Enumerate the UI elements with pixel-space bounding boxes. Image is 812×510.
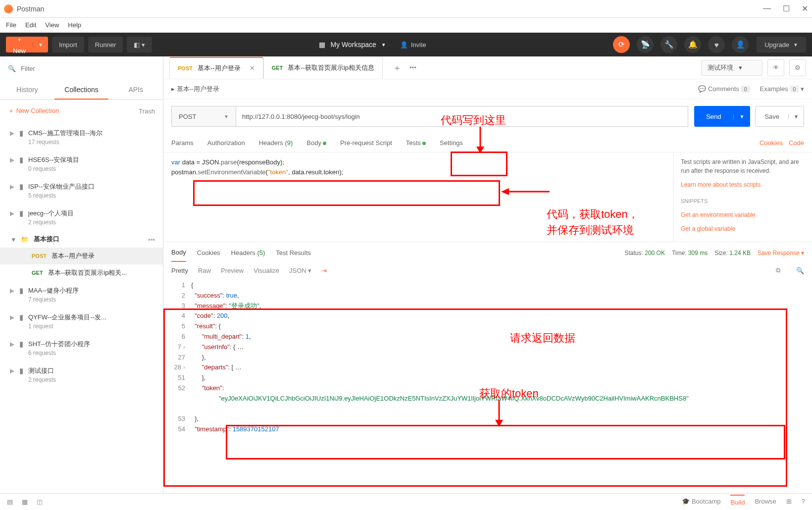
request-item[interactable]: POST基本--用户登录	[0, 248, 163, 264]
upgrade-button[interactable]: Upgrade▼	[757, 37, 806, 52]
headers-count: (9)	[285, 139, 293, 147]
subfolder-item[interactable]: ▾📁基本接口•••	[0, 231, 163, 248]
tab-apis[interactable]: APIs	[108, 80, 163, 100]
more-icon[interactable]: •••	[148, 236, 155, 243]
view-pretty[interactable]: Pretty	[171, 267, 188, 274]
browse-button[interactable]: Browse	[755, 498, 776, 506]
tab-authorization[interactable]: Authorization	[207, 139, 245, 147]
caret-icon: ▶	[10, 314, 14, 321]
response-json[interactable]: 1 2 3 4 5 6 7 › 27 28 › 51 52 53 54 { "s…	[163, 277, 812, 438]
tab-tests[interactable]: Tests	[406, 139, 426, 147]
tab-history[interactable]: History	[0, 80, 54, 100]
view-preview[interactable]: Preview	[221, 267, 244, 274]
code-link[interactable]: Code	[789, 139, 804, 147]
collection-item[interactable]: ▶▮HSE6S--安保项目0 requests	[0, 151, 163, 177]
tab-headers[interactable]: Headers (9)	[259, 139, 293, 147]
trash-button[interactable]: Trash	[139, 107, 155, 115]
cookies-link[interactable]: Cookies	[760, 139, 783, 147]
collection-item[interactable]: ▶▮CMS--施工管理项目--海尔17 requests	[0, 124, 163, 151]
settings-icon[interactable]: 🔧	[660, 36, 677, 53]
notifications-icon[interactable]: 🔔	[684, 36, 701, 53]
request-tab[interactable]: POST基本--用户登录✕	[169, 57, 263, 79]
save-response-button[interactable]: Save Response ▾	[758, 250, 804, 256]
snippets-panel: Test scripts are written in JavaScript, …	[673, 153, 812, 242]
runner-button[interactable]: Runner	[88, 37, 123, 52]
tab-prerequest[interactable]: Pre-request Script	[340, 139, 392, 147]
menu-edit[interactable]: Edit	[25, 21, 36, 29]
minimize-icon[interactable]: —	[763, 4, 771, 13]
sync-icon[interactable]: ⟳	[613, 36, 630, 53]
snippet-link[interactable]: Get a global variable	[681, 224, 805, 233]
send-button[interactable]: Send▼	[694, 106, 750, 127]
tests-code-editor[interactable]: var data = JSON.parse(responseBody); pos…	[163, 153, 673, 242]
collection-item[interactable]: ▶▮测试接口2 requests	[0, 361, 163, 388]
json-message: "登录成功"	[229, 302, 259, 309]
help-icon[interactable]: ?	[802, 498, 805, 506]
bootcamp-button[interactable]: 🎓 Bootcamp	[682, 498, 720, 506]
comments-button[interactable]: 💬 Comments 0	[698, 85, 750, 93]
chevron-down-icon[interactable]: ▼	[788, 114, 804, 119]
eye-icon[interactable]: 👁	[767, 59, 784, 76]
collection-item[interactable]: ▶▮SHT--仿十荟团小程序6 requests	[0, 335, 163, 361]
upgrade-label: Upgrade	[764, 41, 789, 49]
resp-tab-tests[interactable]: Test Results	[276, 249, 311, 256]
request-item[interactable]: GET基本--获取首页展示ip相关...	[0, 264, 163, 281]
status-display: Status: 200 OK	[625, 250, 665, 256]
menu-view[interactable]: View	[45, 21, 59, 29]
new-collection-button[interactable]: ＋ New Collection	[8, 106, 59, 115]
json-success: true	[226, 292, 237, 299]
collection-name: CMS--施工管理项目--海尔	[28, 129, 102, 138]
menu-help[interactable]: Help	[68, 21, 81, 29]
search-response-icon[interactable]: 🔍	[796, 267, 804, 274]
avatar-icon[interactable]: 👤	[732, 36, 749, 53]
close-tab-icon[interactable]: ✕	[250, 64, 255, 72]
request-tab[interactable]: GET基本--获取首页展示ip相关信息	[263, 57, 383, 79]
maximize-icon[interactable]: ☐	[783, 4, 790, 13]
copy-icon[interactable]: ⧉	[776, 266, 780, 274]
console-icon[interactable]: ▤	[7, 498, 13, 506]
format-selector[interactable]: JSON ▾	[289, 267, 311, 274]
collection-item[interactable]: ▶▮MAA--健身小程序7 requests	[0, 281, 163, 308]
menu-file[interactable]: File	[6, 21, 16, 29]
chevron-down-icon[interactable]: ▼	[33, 42, 48, 48]
examples-button[interactable]: Examples 0 ▾	[760, 85, 804, 93]
wrap-icon[interactable]: ⇥	[321, 267, 327, 274]
heart-icon[interactable]: ♥	[708, 36, 725, 53]
collection-item[interactable]: ▶▮ISP--安保物业产品接口5 requests	[0, 177, 163, 204]
environment-selector[interactable]: 测试环境 ▾	[701, 60, 762, 76]
open-new-button[interactable]: ◧ ▾	[127, 37, 152, 52]
build-button[interactable]: Build	[730, 495, 745, 506]
invite-button[interactable]: 👤 Invite	[400, 41, 426, 49]
learn-more-link[interactable]: Learn more about tests scripts	[681, 180, 805, 189]
chevron-down-icon[interactable]: ▼	[733, 114, 751, 119]
save-button[interactable]: Save▼	[755, 106, 804, 127]
add-tab-icon[interactable]: ＋	[393, 62, 402, 74]
collection-item[interactable]: ▶▮QYFW--企业服务项目--发...1 request	[0, 308, 163, 335]
resp-tab-body[interactable]: Body	[171, 244, 186, 262]
tab-settings[interactable]: Settings	[440, 139, 463, 147]
method-selector[interactable]: POST▼	[171, 106, 236, 127]
tab-collections[interactable]: Collections	[54, 80, 109, 100]
url-input[interactable]	[236, 106, 688, 127]
resp-tab-headers[interactable]: Headers (5)	[231, 249, 265, 256]
more-tabs-icon[interactable]: •••	[409, 64, 416, 71]
tab-body[interactable]: Body	[306, 139, 326, 147]
snippet-link[interactable]: Get an environment variable	[681, 210, 805, 219]
view-visualize[interactable]: Visualize	[254, 267, 279, 274]
import-button[interactable]: Import	[52, 37, 84, 52]
sidebar: 🔍 History Collections APIs ＋ New Collect…	[0, 56, 163, 493]
view-raw[interactable]: Raw	[198, 267, 211, 274]
collection-item[interactable]: ▶▮jeecg--个人项目2 requests	[0, 204, 163, 231]
close-icon[interactable]: ✕	[802, 4, 808, 13]
capture-icon[interactable]: 📡	[637, 36, 654, 53]
filter-input[interactable]	[19, 63, 155, 74]
new-button[interactable]: ＋New ▼	[6, 37, 48, 52]
caret-icon: ▶	[10, 367, 14, 374]
gear-icon[interactable]: ⚙	[789, 59, 806, 76]
workspace-selector[interactable]: ▦ My Workspace ▼	[319, 41, 386, 49]
find-icon[interactable]: ▦	[22, 498, 28, 506]
layout-icon[interactable]: ⊞	[786, 498, 792, 506]
tab-params[interactable]: Params	[171, 139, 194, 147]
two-pane-icon[interactable]: ◫	[37, 498, 43, 506]
resp-tab-cookies[interactable]: Cookies	[197, 249, 220, 256]
